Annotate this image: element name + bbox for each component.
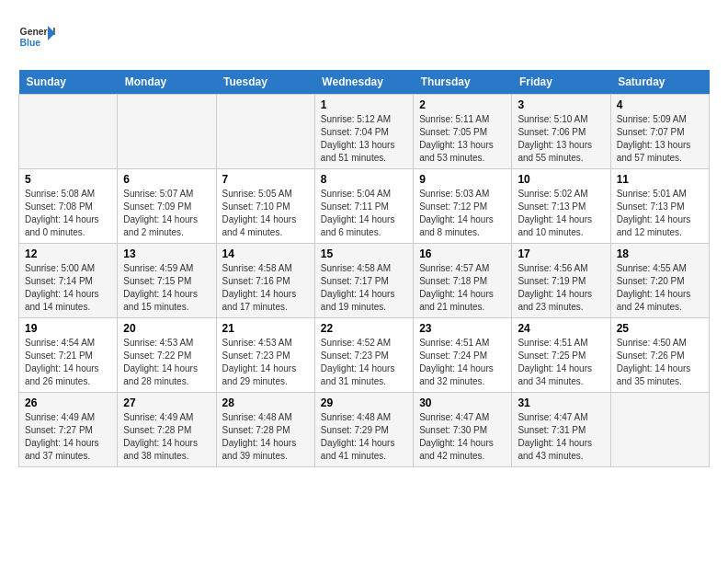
- calendar-cell: 11Sunrise: 5:01 AMSunset: 7:13 PMDayligh…: [610, 169, 709, 244]
- day-number: 8: [321, 173, 407, 186]
- calendar-cell: 23Sunrise: 4:51 AMSunset: 7:24 PMDayligh…: [414, 318, 512, 393]
- day-info: Sunrise: 4:48 AMSunset: 7:28 PMDaylight:…: [222, 411, 309, 463]
- day-info: Sunrise: 5:05 AMSunset: 7:10 PMDaylight:…: [222, 188, 309, 239]
- calendar-cell: [118, 95, 216, 169]
- day-number: 18: [617, 247, 703, 260]
- weekday-header-wednesday: Wednesday: [314, 70, 413, 95]
- day-number: 4: [617, 98, 703, 111]
- day-info: Sunrise: 4:56 AMSunset: 7:19 PMDaylight:…: [518, 262, 604, 314]
- calendar-cell: 16Sunrise: 4:57 AMSunset: 7:18 PMDayligh…: [414, 244, 512, 318]
- day-info: Sunrise: 4:48 AMSunset: 7:29 PMDaylight:…: [321, 411, 407, 463]
- day-number: 19: [25, 322, 111, 335]
- day-info: Sunrise: 5:00 AMSunset: 7:14 PMDaylight:…: [25, 262, 111, 314]
- day-number: 17: [518, 247, 604, 260]
- day-number: 30: [419, 396, 506, 409]
- calendar-cell: 24Sunrise: 4:51 AMSunset: 7:25 PMDayligh…: [512, 318, 610, 393]
- day-number: 13: [123, 247, 210, 260]
- day-number: 25: [617, 322, 703, 335]
- day-info: Sunrise: 4:49 AMSunset: 7:27 PMDaylight:…: [25, 411, 111, 463]
- calendar-cell: 20Sunrise: 4:53 AMSunset: 7:22 PMDayligh…: [118, 318, 216, 393]
- calendar-cell: 6Sunrise: 5:07 AMSunset: 7:09 PMDaylight…: [118, 169, 216, 244]
- day-info: Sunrise: 5:01 AMSunset: 7:13 PMDaylight:…: [617, 188, 703, 239]
- calendar-cell: [610, 393, 709, 467]
- logo: General Blue: [18, 18, 59, 55]
- day-number: 3: [518, 98, 604, 111]
- day-number: 15: [321, 247, 407, 260]
- day-number: 7: [222, 173, 309, 186]
- calendar-cell: 9Sunrise: 5:03 AMSunset: 7:12 PMDaylight…: [414, 169, 512, 244]
- day-number: 22: [321, 322, 407, 335]
- calendar-cell: 15Sunrise: 4:58 AMSunset: 7:17 PMDayligh…: [314, 244, 413, 318]
- day-info: Sunrise: 4:50 AMSunset: 7:26 PMDaylight:…: [617, 337, 703, 388]
- calendar-cell: 8Sunrise: 5:04 AMSunset: 7:11 PMDaylight…: [314, 169, 413, 244]
- calendar-cell: 12Sunrise: 5:00 AMSunset: 7:14 PMDayligh…: [19, 244, 118, 318]
- day-number: 31: [518, 396, 604, 409]
- calendar-cell: 26Sunrise: 4:49 AMSunset: 7:27 PMDayligh…: [19, 393, 118, 467]
- day-info: Sunrise: 5:03 AMSunset: 7:12 PMDaylight:…: [419, 188, 506, 239]
- calendar-cell: 2Sunrise: 5:11 AMSunset: 7:05 PMDaylight…: [414, 95, 512, 169]
- day-info: Sunrise: 5:10 AMSunset: 7:06 PMDaylight:…: [518, 113, 604, 165]
- calendar-cell: 13Sunrise: 4:59 AMSunset: 7:15 PMDayligh…: [118, 244, 216, 318]
- calendar-cell: 7Sunrise: 5:05 AMSunset: 7:10 PMDaylight…: [216, 169, 314, 244]
- day-info: Sunrise: 4:58 AMSunset: 7:17 PMDaylight:…: [321, 262, 407, 314]
- day-info: Sunrise: 4:53 AMSunset: 7:22 PMDaylight:…: [123, 337, 210, 388]
- day-info: Sunrise: 4:51 AMSunset: 7:24 PMDaylight:…: [419, 337, 506, 388]
- day-number: 28: [222, 396, 309, 409]
- day-number: 5: [25, 173, 111, 186]
- calendar-cell: 5Sunrise: 5:08 AMSunset: 7:08 PMDaylight…: [19, 169, 118, 244]
- day-info: Sunrise: 4:54 AMSunset: 7:21 PMDaylight:…: [25, 337, 111, 388]
- page-header: General Blue: [18, 18, 710, 55]
- weekday-header-saturday: Saturday: [610, 70, 709, 95]
- day-info: Sunrise: 5:11 AMSunset: 7:05 PMDaylight:…: [419, 113, 506, 165]
- calendar-cell: 30Sunrise: 4:47 AMSunset: 7:30 PMDayligh…: [414, 393, 512, 467]
- calendar-cell: 28Sunrise: 4:48 AMSunset: 7:28 PMDayligh…: [216, 393, 314, 467]
- calendar-cell: 25Sunrise: 4:50 AMSunset: 7:26 PMDayligh…: [610, 318, 709, 393]
- day-number: 23: [419, 322, 506, 335]
- day-info: Sunrise: 5:12 AMSunset: 7:04 PMDaylight:…: [321, 113, 407, 165]
- day-number: 24: [518, 322, 604, 335]
- calendar-cell: [19, 95, 118, 169]
- calendar-cell: 10Sunrise: 5:02 AMSunset: 7:13 PMDayligh…: [512, 169, 610, 244]
- calendar-cell: 22Sunrise: 4:52 AMSunset: 7:23 PMDayligh…: [314, 318, 413, 393]
- weekday-header-friday: Friday: [512, 70, 610, 95]
- day-number: 1: [321, 98, 407, 111]
- day-info: Sunrise: 4:47 AMSunset: 7:31 PMDaylight:…: [518, 411, 604, 463]
- day-info: Sunrise: 4:47 AMSunset: 7:30 PMDaylight:…: [419, 411, 506, 463]
- calendar-cell: 31Sunrise: 4:47 AMSunset: 7:31 PMDayligh…: [512, 393, 610, 467]
- day-number: 29: [321, 396, 407, 409]
- day-info: Sunrise: 4:57 AMSunset: 7:18 PMDaylight:…: [419, 262, 506, 314]
- calendar-cell: 27Sunrise: 4:49 AMSunset: 7:28 PMDayligh…: [118, 393, 216, 467]
- day-number: 20: [123, 322, 210, 335]
- day-number: 10: [518, 173, 604, 186]
- day-number: 16: [419, 247, 506, 260]
- weekday-header-sunday: Sunday: [19, 70, 118, 95]
- day-info: Sunrise: 4:53 AMSunset: 7:23 PMDaylight:…: [222, 337, 309, 388]
- day-info: Sunrise: 5:02 AMSunset: 7:13 PMDaylight:…: [518, 188, 604, 239]
- day-info: Sunrise: 5:08 AMSunset: 7:08 PMDaylight:…: [25, 188, 111, 239]
- calendar-cell: 17Sunrise: 4:56 AMSunset: 7:19 PMDayligh…: [512, 244, 610, 318]
- calendar-cell: 19Sunrise: 4:54 AMSunset: 7:21 PMDayligh…: [19, 318, 118, 393]
- day-number: 2: [419, 98, 506, 111]
- calendar-cell: 14Sunrise: 4:58 AMSunset: 7:16 PMDayligh…: [216, 244, 314, 318]
- day-info: Sunrise: 4:58 AMSunset: 7:16 PMDaylight:…: [222, 262, 309, 314]
- day-info: Sunrise: 4:55 AMSunset: 7:20 PMDaylight:…: [617, 262, 703, 314]
- day-number: 11: [617, 173, 703, 186]
- day-number: 14: [222, 247, 309, 260]
- calendar-cell: 21Sunrise: 4:53 AMSunset: 7:23 PMDayligh…: [216, 318, 314, 393]
- calendar-cell: [216, 95, 314, 169]
- weekday-header-monday: Monday: [118, 70, 216, 95]
- day-number: 27: [123, 396, 210, 409]
- day-number: 26: [25, 396, 111, 409]
- svg-text:Blue: Blue: [20, 38, 41, 48]
- day-info: Sunrise: 4:59 AMSunset: 7:15 PMDaylight:…: [123, 262, 210, 314]
- calendar-cell: 4Sunrise: 5:09 AMSunset: 7:07 PMDaylight…: [610, 95, 709, 169]
- day-info: Sunrise: 4:51 AMSunset: 7:25 PMDaylight:…: [518, 337, 604, 388]
- calendar-cell: 1Sunrise: 5:12 AMSunset: 7:04 PMDaylight…: [314, 95, 413, 169]
- day-number: 12: [25, 247, 111, 260]
- day-number: 21: [222, 322, 309, 335]
- day-info: Sunrise: 5:07 AMSunset: 7:09 PMDaylight:…: [123, 188, 210, 239]
- logo-icon: General Blue: [18, 18, 55, 55]
- calendar-table: SundayMondayTuesdayWednesdayThursdayFrid…: [18, 70, 710, 467]
- calendar-cell: 29Sunrise: 4:48 AMSunset: 7:29 PMDayligh…: [314, 393, 413, 467]
- calendar-cell: 3Sunrise: 5:10 AMSunset: 7:06 PMDaylight…: [512, 95, 610, 169]
